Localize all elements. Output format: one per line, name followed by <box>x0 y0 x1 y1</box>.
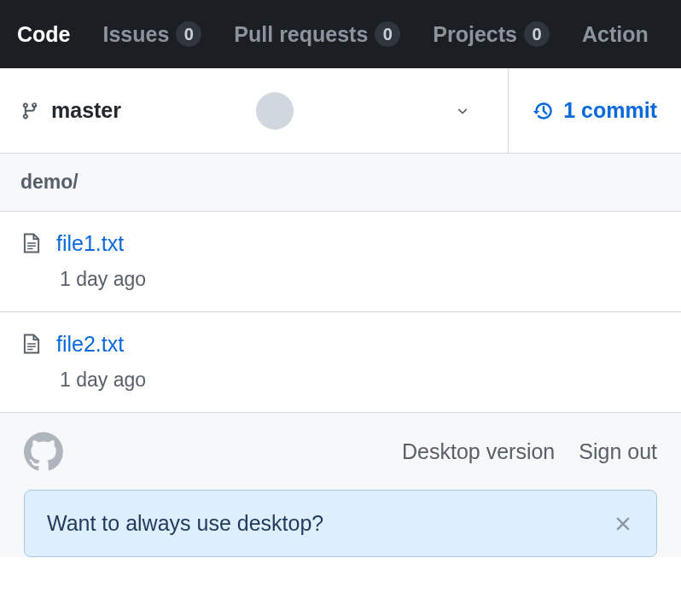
file-link[interactable]: file2.txt <box>56 332 124 357</box>
file-list: file1.txt 1 day ago file2.txt 1 day ago <box>0 212 681 413</box>
tab-label: Projects <box>433 22 517 47</box>
tab-code[interactable]: Code <box>17 22 71 47</box>
tab-issues[interactable]: Issues 0 <box>103 21 202 47</box>
page-footer: Desktop version Sign out Want to always … <box>0 413 681 557</box>
file-timestamp: 1 day ago <box>60 268 661 291</box>
github-icon <box>24 432 63 471</box>
chevron-down-icon <box>453 102 472 120</box>
path-breadcrumb: demo/ <box>0 154 681 212</box>
banner-message: Want to always use desktop? <box>47 511 612 536</box>
file-icon <box>20 230 43 256</box>
count-badge: 0 <box>524 21 550 47</box>
file-row: file2.txt 1 day ago <box>0 312 681 413</box>
count-badge: 0 <box>176 21 201 47</box>
desktop-prompt-banner: Want to always use desktop? <box>24 490 657 557</box>
count-badge: 0 <box>375 21 400 47</box>
sign-out-link[interactable]: Sign out <box>579 439 657 464</box>
repo-tabs: Code Issues 0 Pull requests 0 Projects 0… <box>0 0 681 68</box>
file-timestamp: 1 day ago <box>60 369 661 392</box>
author-avatar <box>256 92 294 130</box>
close-icon[interactable] <box>612 513 634 535</box>
branch-selector[interactable]: master <box>0 68 508 153</box>
file-row: file1.txt 1 day ago <box>0 212 681 312</box>
tab-label: Issues <box>103 22 170 47</box>
file-link[interactable]: file1.txt <box>56 231 124 256</box>
history-icon <box>533 100 555 122</box>
branch-bar: master 1 commit <box>0 68 681 154</box>
tab-pull-requests[interactable]: Pull requests 0 <box>234 21 400 47</box>
tab-actions[interactable]: Action <box>582 22 649 47</box>
tab-projects[interactable]: Projects 0 <box>433 21 550 47</box>
tab-label: Action <box>582 22 649 47</box>
tab-label: Pull requests <box>234 22 368 47</box>
git-branch-icon <box>20 100 39 122</box>
commits-link[interactable]: 1 commit <box>508 68 681 153</box>
desktop-version-link[interactable]: Desktop version <box>402 439 555 464</box>
branch-name: master <box>51 98 121 123</box>
commits-label: 1 commit <box>563 98 657 123</box>
file-icon <box>20 331 43 357</box>
tab-label: Code <box>17 22 71 47</box>
